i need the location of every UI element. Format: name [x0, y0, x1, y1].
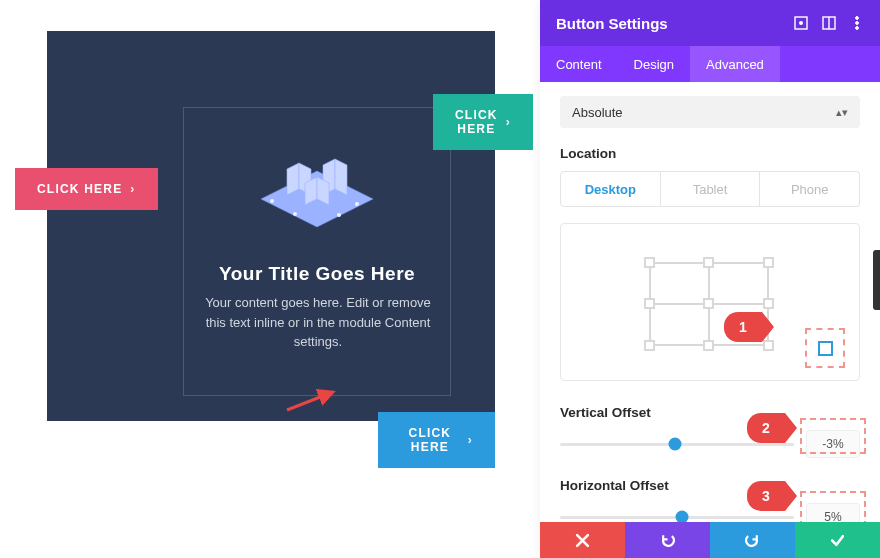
header-actions — [794, 16, 864, 30]
anchor-mid-left[interactable] — [644, 298, 655, 309]
vertical-offset-group: Vertical Offset -3% — [560, 405, 860, 458]
svg-point-9 — [293, 212, 297, 216]
more-icon[interactable] — [850, 16, 864, 30]
device-tab-phone[interactable]: Phone — [760, 171, 860, 207]
svg-line-11 — [287, 392, 333, 410]
click-here-button-blue[interactable]: Click Here › — [378, 412, 495, 468]
panel-header: Button Settings — [540, 0, 880, 46]
chevron-right-icon: › — [468, 433, 473, 447]
slider-thumb[interactable] — [668, 438, 681, 451]
redo-button[interactable] — [710, 522, 795, 558]
panel-body: Absolute ▴▾ Location Desktop Tablet Phon… — [540, 82, 880, 531]
canvas-preview: Your Title Goes Here Your content goes h… — [0, 0, 540, 558]
vertical-offset-value[interactable]: -3% — [806, 430, 860, 458]
anchor-top-right[interactable] — [763, 257, 774, 268]
svg-point-18 — [856, 27, 859, 30]
anchor-mid-right[interactable] — [763, 298, 774, 309]
click-here-button-pink[interactable]: Click Here › — [15, 168, 158, 210]
svg-point-10 — [337, 213, 341, 217]
scrollbar-thumb[interactable] — [873, 250, 880, 310]
collapse-icon[interactable] — [822, 16, 836, 30]
cancel-button[interactable] — [540, 522, 625, 558]
button-label: Click Here — [37, 182, 122, 196]
undo-button[interactable] — [625, 522, 710, 558]
annotation-arrow — [285, 388, 337, 412]
anchor-mid-center[interactable] — [703, 298, 714, 309]
anchor-active-indicator[interactable] — [818, 341, 833, 356]
anchor-bottom-center[interactable] — [703, 340, 714, 351]
location-label: Location — [560, 146, 860, 161]
callout-2: 2 — [747, 413, 785, 443]
callout-3: 3 — [747, 481, 785, 511]
device-tabs: Desktop Tablet Phone — [560, 171, 860, 207]
device-tab-desktop[interactable]: Desktop — [560, 171, 661, 207]
anchor-bottom-left[interactable] — [644, 340, 655, 351]
click-here-button-teal[interactable]: Click Here › — [433, 94, 533, 150]
horizontal-offset-label: Horizontal Offset — [560, 478, 860, 493]
svg-point-7 — [270, 199, 274, 203]
svg-point-13 — [799, 21, 803, 25]
chevron-updown-icon: ▴▾ — [836, 106, 848, 119]
button-label: Click Here — [455, 108, 498, 136]
vertical-offset-label: Vertical Offset — [560, 405, 860, 420]
anchor-top-center[interactable] — [703, 257, 714, 268]
tab-advanced[interactable]: Advanced — [690, 46, 780, 82]
svg-point-16 — [856, 17, 859, 20]
chevron-right-icon: › — [506, 115, 511, 129]
anchor-top-left[interactable] — [644, 257, 655, 268]
svg-point-17 — [856, 22, 859, 25]
position-select[interactable]: Absolute ▴▾ — [560, 96, 860, 128]
panel-footer — [540, 522, 880, 558]
callout-1: 1 — [724, 312, 762, 342]
position-value: Absolute — [572, 105, 623, 120]
tab-design[interactable]: Design — [618, 46, 690, 82]
focus-icon[interactable] — [794, 16, 808, 30]
settings-panel: Button Settings Content Design Advanced … — [540, 0, 880, 558]
panel-tabs: Content Design Advanced — [540, 46, 880, 82]
hero-title: Your Title Goes Here — [187, 263, 447, 285]
chevron-right-icon: › — [130, 182, 135, 196]
svg-marker-4 — [335, 159, 347, 195]
device-tab-tablet[interactable]: Tablet — [661, 171, 761, 207]
hero-body: Your content goes here. Edit or remove t… — [202, 293, 434, 352]
horizontal-offset-slider[interactable] — [560, 516, 794, 519]
save-button[interactable] — [795, 522, 880, 558]
location-anchor-grid — [560, 223, 860, 381]
button-label: Click Here — [400, 426, 460, 454]
panel-title: Button Settings — [556, 15, 668, 32]
hero-illustration — [247, 149, 387, 235]
svg-point-8 — [355, 202, 359, 206]
hero-section: Your Title Goes Here Your content goes h… — [47, 31, 495, 421]
svg-marker-1 — [287, 163, 299, 195]
tab-content[interactable]: Content — [540, 46, 618, 82]
